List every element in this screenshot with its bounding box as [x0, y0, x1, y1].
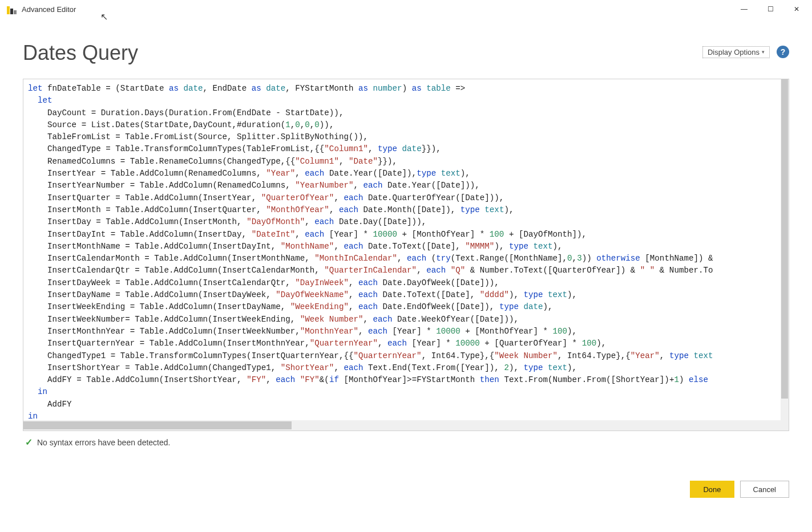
horizontal-scrollbar[interactable] — [23, 420, 781, 431]
vertical-scrollbar[interactable] — [781, 79, 789, 420]
done-button[interactable]: Done — [690, 481, 734, 498]
status-row: ✓ No syntax errors have been detected. — [23, 431, 789, 448]
minimize-button[interactable]: — — [731, 0, 757, 18]
window-title: Advanced Editor — [22, 5, 76, 14]
titlebar: Advanced Editor — ☐ ✕ — [0, 0, 812, 18]
maximize-button[interactable]: ☐ — [757, 0, 783, 18]
display-options-label: Display Options — [708, 48, 760, 56]
chevron-down-icon: ▾ — [762, 49, 765, 55]
query-title: Dates Query — [23, 41, 138, 65]
app-icon — [7, 4, 17, 14]
window-controls: — ☐ ✕ — [731, 0, 810, 18]
status-message: No syntax errors have been detected. — [37, 438, 170, 447]
help-icon[interactable]: ? — [777, 46, 789, 58]
footer-buttons: Done Cancel — [690, 481, 789, 498]
cancel-button[interactable]: Cancel — [740, 481, 789, 498]
code-editor[interactable]: let fnDateTable = (StartDate as date, En… — [23, 79, 789, 431]
close-button[interactable]: ✕ — [783, 0, 810, 18]
display-options-dropdown[interactable]: Display Options ▾ — [702, 46, 770, 58]
check-icon: ✓ — [25, 437, 33, 448]
scrollbar-corner — [781, 420, 789, 431]
code-content[interactable]: let fnDateTable = (StartDate as date, En… — [23, 79, 782, 420]
header-row: Dates Query ↖ Display Options ▾ ? — [23, 41, 789, 65]
